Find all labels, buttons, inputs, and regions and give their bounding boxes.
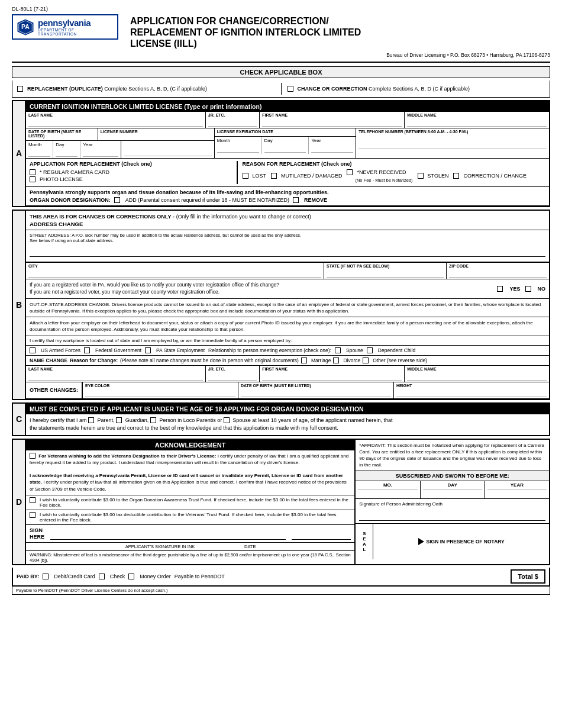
ack-text: For Veterans wishing to add the Veterans… (26, 450, 354, 495)
debit-checkbox[interactable] (43, 574, 49, 579)
affidavit-text: *AFFIDAVIT: This section must be notariz… (356, 440, 549, 472)
new-first-name-field[interactable]: FIRST NAME (260, 366, 405, 382)
loco-checkbox[interactable] (150, 417, 156, 423)
check-checkbox[interactable] (99, 574, 105, 579)
section-d-label: D (13, 440, 26, 565)
seal-sign-area: S E A L SIGN IN PRESENCE OF NOTARY (356, 524, 549, 559)
total-box: Total $ (511, 569, 545, 584)
section-b-label: B (13, 211, 26, 399)
lost-checkbox[interactable] (243, 173, 248, 179)
jr-etc-field[interactable]: JR. ETC. (206, 112, 260, 128)
pa-name: pennsylvania (38, 18, 114, 28)
notary-day[interactable]: DAY (421, 481, 485, 498)
other-name-checkbox[interactable] (363, 357, 369, 363)
telephone-field[interactable]: TELEPHONE NUMBER (between 8:00 a.m. - 4:… (356, 128, 549, 158)
last-name-field[interactable]: LAST NAME (26, 112, 206, 128)
expiration-group: LICENSE EXPIRATION DATE Month Day Year (215, 128, 356, 158)
camera-card-checkbox[interactable] (30, 169, 35, 175)
contrib2-checkbox[interactable] (30, 512, 35, 518)
divorce-checkbox[interactable] (333, 357, 339, 363)
mutilated-checkbox[interactable] (271, 173, 277, 179)
remove-organ-checkbox[interactable] (293, 197, 299, 203)
svg-text:PA: PA (21, 23, 30, 30)
replacement-checkbox[interactable] (17, 86, 23, 92)
sign-notary-area: SIGN IN PRESENCE OF NOTARY (373, 524, 549, 559)
exp-day[interactable]: Day (262, 137, 309, 154)
dob-year[interactable]: Year (80, 141, 121, 158)
paid-note: Payable to PennDOT (PennDOT Driver Licen… (12, 587, 550, 595)
correction-checkbox[interactable] (453, 173, 459, 179)
other-changes-row: OTHER CHANGES: EYE COLOR DATE OF BIRTH (… (26, 382, 549, 399)
zip-field[interactable]: ZIP CODE (447, 263, 549, 279)
contrib1-checkbox[interactable] (30, 497, 35, 503)
parent-checkbox[interactable] (88, 417, 94, 423)
dependent-checkbox[interactable] (367, 347, 373, 353)
notary-year[interactable]: YEAR (485, 481, 549, 498)
sign-row: SIGN HERE (26, 524, 354, 543)
sign-below-labels: APPLICANT'S SIGNATURE IN INK DATE (26, 542, 354, 550)
section-c-content: I hereby certify that I am Parent, Guard… (26, 414, 549, 435)
section-c: C MUST BE COMPLETED IF APPLICANT IS UNDE… (12, 402, 550, 436)
address-change-label: ADDRESS CHANGE (30, 221, 545, 227)
section-a-label: A (13, 101, 26, 206)
check-options-row: REPLACEMENT (DUPLICATE) Complete Section… (12, 80, 550, 98)
state-field[interactable]: STATE (if not PA see below) (324, 263, 447, 279)
section-c-header: MUST BE COMPLETED IF APPLICANT IS UNDER … (26, 404, 549, 414)
voter-yes-checkbox[interactable] (497, 286, 503, 292)
armed-forces-checkbox[interactable] (30, 347, 35, 353)
sig-oath-line[interactable] (359, 509, 545, 521)
eye-color-field[interactable]: EYE COLOR (83, 382, 238, 398)
dob-day[interactable]: Day (53, 141, 80, 158)
dob-month[interactable]: Month (26, 141, 53, 158)
voter-no-checkbox[interactable] (525, 286, 531, 292)
warning-text: WARNING: Misstatement of fact is a misde… (26, 550, 354, 564)
section-d: D ACKNOWLEDGEMENT For Veterans wishing t… (12, 439, 550, 566)
out-of-state-text: OUT-OF-STATE ADDRESS CHANGE. Drivers lic… (26, 299, 549, 317)
sign-here-label: SIGN HERE (30, 527, 44, 540)
never-received-checkbox[interactable] (347, 169, 353, 175)
guardian-checkbox[interactable] (116, 417, 122, 423)
pa-dept: DEPARTMENT OF TRANSPORTATION (38, 28, 114, 36)
height-field[interactable]: HEIGHT (394, 382, 549, 398)
spouse-checkbox[interactable] (335, 347, 341, 353)
street-address-field[interactable] (30, 246, 545, 257)
organ-text: Pennsylvania strongly supports organ and… (30, 189, 545, 195)
marriage-checkbox[interactable] (301, 357, 307, 363)
first-name-field[interactable]: FIRST NAME (260, 112, 405, 128)
paid-by-row: PAID BY: Debit/Credit Card Check Money O… (12, 568, 550, 587)
license-number-input[interactable] (121, 141, 214, 158)
signature-line[interactable] (50, 529, 286, 540)
new-middle-name-field[interactable]: MIDDLE NAME (405, 366, 549, 382)
city-field[interactable]: CITY (26, 263, 324, 279)
exp-year[interactable]: Year (309, 137, 356, 154)
notary-mo[interactable]: MO. (356, 481, 420, 498)
contrib2-row: I wish to voluntarily contribute $3.00 t… (26, 510, 354, 524)
middle-name-field[interactable]: MIDDLE NAME (405, 112, 549, 128)
money-order-checkbox[interactable] (128, 574, 134, 579)
dob-changes-field[interactable]: DATE OF BIRTH (must be listed) (238, 382, 394, 398)
add-organ-checkbox[interactable] (114, 197, 120, 203)
spouse-c-checkbox[interactable] (224, 417, 230, 423)
new-jr-field[interactable]: JR. ETC. (206, 366, 260, 382)
ack-header: ACKNOWLEDGEMENT (26, 440, 354, 450)
exp-month[interactable]: Month (215, 137, 262, 154)
dob-license-group: DATE OF BIRTH (must be listed) LICENSE N… (26, 128, 215, 158)
stolen-checkbox[interactable] (418, 173, 424, 179)
section-b: B THIS AREA IS FOR CHANGES OR CORRECTION… (12, 210, 550, 400)
contrib1-row: I wish to voluntarily contribute $3.00 t… (26, 495, 354, 510)
certify-text: I certify that my workplace is located o… (26, 336, 549, 346)
federal-gov-checkbox[interactable] (84, 347, 90, 353)
change-correction-checkbox[interactable] (288, 86, 293, 92)
pa-keystone-icon: PA (17, 18, 34, 36)
veterans-checkbox[interactable] (30, 453, 35, 459)
subscribed-header: SUBSCRIBED AND SWORN TO BEFORE ME: (356, 471, 549, 481)
logo-box: PA pennsylvania DEPARTMENT OF TRANSPORTA… (12, 14, 118, 40)
section-a-header: CURRENT IGNITION INTERLOCK LIMITED LICEN… (26, 101, 549, 112)
new-last-name-field[interactable]: LAST NAME (26, 366, 206, 382)
section-a: A CURRENT IGNITION INTERLOCK LIMITED LIC… (12, 100, 550, 207)
form-title: APPLICATION FOR CHANGE/CORRECTION/ REPLA… (130, 15, 550, 50)
photo-license-checkbox[interactable] (30, 176, 35, 182)
form-address: Bureau of Driver Licensing • P.O. Box 68… (130, 52, 550, 58)
pa-state-checkbox[interactable] (145, 347, 151, 353)
date-line[interactable] (292, 529, 351, 540)
